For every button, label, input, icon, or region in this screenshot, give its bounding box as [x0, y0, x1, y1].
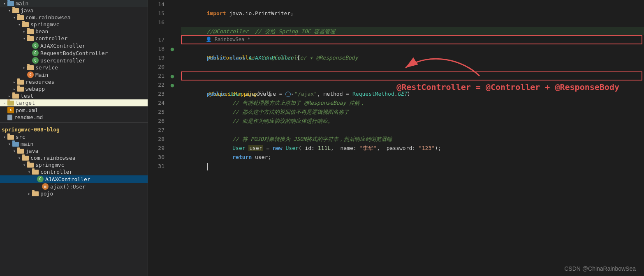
- label-target1: target: [16, 100, 35, 106]
- code-editor[interactable]: 14 15 16 17 18 19 20 21 22 23 24 25 26 2…: [148, 0, 644, 276]
- code-line-25: // 而是作为响应协议的响应体进行响应。: [181, 108, 644, 117]
- arrow-main2: [7, 142, 12, 146]
- tree-item-userctrl1[interactable]: C UserController: [0, 57, 148, 64]
- tree-item-bean1[interactable]: bean: [0, 28, 148, 35]
- tree-item-readme1[interactable]: readme.md: [0, 114, 148, 121]
- class-icon-reqbodyctrl1: C: [32, 50, 39, 56]
- folder-icon-com2: [22, 156, 29, 161]
- folder-icon-controller2: [32, 170, 39, 175]
- ln-17: 17: [148, 35, 164, 44]
- folder-icon-resources1: [17, 80, 24, 85]
- ln-30: 30: [148, 153, 164, 162]
- tree2-header: springmvc-008-blog: [0, 126, 148, 133]
- arrow-webapp1: [12, 87, 17, 91]
- folder-icon-java1: [12, 8, 19, 13]
- class-icon-ajaxctrl1: C: [32, 42, 39, 49]
- code-line-21: @RequestMapping(value = ▾"/ajax", method…: [181, 71, 644, 80]
- ln-22: 22: [148, 80, 164, 90]
- annotation-box-17: [181, 35, 642, 44]
- code-line-23: // 当前处理器方法上添加了 @ResponseBoay 注解，: [181, 90, 644, 99]
- code-line-22: public User ajax() {: [181, 80, 644, 90]
- arrow-bean1: [21, 29, 27, 34]
- arrow-main1: [2, 1, 7, 6]
- tree-item-com2[interactable]: com.rainbowsea: [0, 154, 148, 161]
- tree-item-controller1[interactable]: controller: [0, 35, 148, 42]
- code-line-28: User user = new User( id: 111L, name: "李…: [181, 135, 644, 144]
- label-com1: com.rainbowsea: [25, 14, 71, 21]
- code-line-31: [181, 162, 644, 171]
- label-ajaxctrl1: AJAXController: [40, 43, 86, 49]
- label-main1: main: [16, 0, 28, 7]
- tree-item-target1[interactable]: target: [0, 99, 148, 106]
- tree-item-main2[interactable]: main: [0, 140, 148, 147]
- class-icon-main1: C: [27, 71, 34, 78]
- arrow-controller2: [26, 170, 32, 174]
- tree-item-springmvc1[interactable]: springmvc: [0, 21, 148, 28]
- label-webapp1: webapp: [25, 86, 45, 92]
- code-line-14: import java.io.PrintWriter;: [181, 0, 644, 9]
- tree-item-reqbodyctrl1[interactable]: C RequestBodyController: [0, 49, 148, 57]
- folder-icon-main2: [12, 142, 19, 147]
- tree-item-ajax-method[interactable]: m ajax():User: [0, 183, 148, 190]
- editor-gutter: ● ● ●: [169, 0, 177, 171]
- arrow-service1: [21, 65, 27, 70]
- class-icon-userctrl1: C: [32, 57, 39, 64]
- tree-item-src2[interactable]: src: [0, 133, 148, 140]
- code-line-17: @RestController // @Controller + @Respon…: [181, 35, 644, 44]
- file-tree-sidebar[interactable]: main java com.rainbowsea springmvc bean …: [0, 0, 148, 276]
- folder-icon-java2: [17, 149, 24, 154]
- code-line-26: [181, 117, 644, 126]
- arrow-springmvc2: [21, 163, 27, 167]
- folder-icon-springmvc2: [27, 163, 34, 168]
- tree2-header-label: springmvc-008-blog: [2, 126, 60, 133]
- tree-item-java1[interactable]: java: [0, 7, 148, 14]
- tree-item-service1[interactable]: service: [0, 64, 148, 71]
- arrow-com1: [12, 15, 17, 20]
- tree-item-controller2[interactable]: controller: [0, 168, 148, 175]
- tree-item-ajaxctrl1[interactable]: C AJAXController: [0, 42, 148, 49]
- label-java1: java: [21, 7, 33, 14]
- ln-26: 26: [148, 117, 164, 126]
- arrow-java2: [12, 149, 17, 153]
- arrow-src2: [2, 135, 7, 139]
- tree-item-pom1[interactable]: X pom.xml: [0, 106, 148, 114]
- tree-item-ajaxctrl2[interactable]: C AJAXController: [0, 175, 148, 183]
- label-java2: java: [25, 148, 38, 154]
- label-controller1: controller: [35, 35, 67, 41]
- code-line-30: [181, 153, 644, 162]
- xml-icon-pom1: X: [7, 107, 14, 113]
- ln-21: 21: [148, 71, 164, 80]
- folder-icon-controller1: [27, 36, 34, 41]
- tree-item-java2[interactable]: java: [0, 147, 148, 154]
- ln-15: 15: [148, 9, 164, 18]
- folder-icon-test1: [12, 94, 19, 99]
- ln-14: 14: [148, 0, 164, 9]
- ln-25: 25: [148, 108, 164, 117]
- file-icon-readme1: [7, 115, 12, 120]
- tree-item-com1[interactable]: com.rainbowsea: [0, 14, 148, 21]
- ln-16b: [148, 27, 164, 35]
- tree-item-webapp1[interactable]: webapp: [0, 85, 148, 92]
- tree-item-springmvc2[interactable]: springmvc: [0, 161, 148, 168]
- tree-item-main-class1[interactable]: C Main: [0, 71, 148, 78]
- tree-item-resources1[interactable]: resources: [0, 78, 148, 85]
- code-lines[interactable]: import java.io.PrintWriter; //@Controlle…: [177, 0, 644, 171]
- label-reqbodyctrl1: RequestBodyController: [40, 50, 108, 56]
- code-line-27: // 将 POJO对象转换为 JSON格式的字符串，然后响应到浏览器端: [181, 126, 644, 135]
- arrow-controller1: [21, 36, 27, 41]
- class-icon-ajaxctrl2: C: [37, 176, 44, 182]
- label-springmvc2: springmvc: [35, 162, 64, 168]
- tree-item-pojo2[interactable]: pojo: [0, 190, 148, 197]
- arrow-springmvc1: [16, 22, 22, 27]
- tree-item-test1[interactable]: test: [0, 92, 148, 99]
- method-icon-ajax: m: [42, 183, 49, 190]
- folder-icon-src2: [7, 135, 14, 140]
- folder-icon-target1: [7, 101, 14, 106]
- label-com2: com.rainbowsea: [30, 155, 76, 161]
- code-line-20: [181, 62, 644, 71]
- ln-20: 20: [148, 62, 164, 71]
- folder-icon-webapp1: [17, 87, 24, 92]
- arrow-target1: [2, 101, 7, 105]
- folder-icon-com1: [17, 15, 24, 20]
- tree-item-main1[interactable]: main: [0, 0, 148, 7]
